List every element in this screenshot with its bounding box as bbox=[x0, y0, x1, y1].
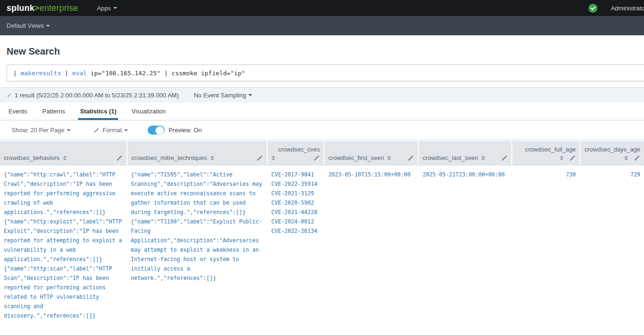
preview-toggle-label: Preview: On bbox=[168, 127, 202, 134]
chevron-down-icon bbox=[248, 94, 252, 96]
logo-text-gt: > bbox=[34, 3, 40, 13]
cell-crowdsec-behaviors[interactable]: {"name":"http:crawl","label":"HTTP Crawl… bbox=[0, 166, 127, 325]
sort-icon[interactable] bbox=[271, 156, 275, 160]
query-pipe: | bbox=[61, 70, 72, 77]
tab-patterns[interactable]: Patterns bbox=[40, 108, 67, 120]
results-tabs: Events Patterns Statistics (1) Visualiza… bbox=[0, 103, 644, 120]
edit-column-icon[interactable] bbox=[116, 155, 123, 161]
multivalue-item[interactable]: {"name":"http:crawl","label":"HTTP Crawl… bbox=[4, 170, 123, 217]
multivalue-item[interactable]: CVE-2021-3129 bbox=[271, 189, 320, 198]
multivalue-item[interactable]: {"name":"http:scan","label":"HTTP Scan",… bbox=[4, 264, 123, 320]
preview-toggle[interactable] bbox=[148, 126, 165, 135]
pencil-icon bbox=[94, 127, 100, 133]
multivalue-item[interactable]: {"name":"T1595","label":"Active Scanning… bbox=[131, 170, 263, 217]
multivalue-item[interactable]: CVE-2021-44228 bbox=[271, 207, 320, 217]
query-pipe: | bbox=[13, 70, 21, 77]
splunk-logo[interactable]: splunk>enterprise bbox=[7, 3, 78, 13]
result-summary-text: 1 result (5/22/25 2:00:00.000 AM to 5/23… bbox=[15, 92, 179, 99]
user-menu[interactable]: Administrator bbox=[611, 5, 644, 12]
edit-column-icon[interactable] bbox=[313, 155, 320, 161]
sort-icon[interactable] bbox=[624, 156, 628, 160]
column-label: crowdsec_cves bbox=[278, 146, 320, 153]
chevron-down-icon bbox=[67, 129, 71, 131]
format-label: Format bbox=[103, 127, 122, 134]
edit-column-icon[interactable] bbox=[569, 155, 576, 161]
query-args: ip="108.165.142.25" | cssmoke ipfield="i… bbox=[87, 70, 246, 77]
cell-crowdsec-full-age[interactable]: 730 bbox=[512, 166, 580, 325]
apps-menu-label: Apps bbox=[97, 5, 111, 12]
multivalue-item[interactable]: CVE-2022-35914 bbox=[271, 179, 320, 189]
table-controls: Show: 20 Per Page Format Preview: On bbox=[0, 120, 644, 140]
multivalue-item[interactable]: CVE-2017-9841 bbox=[271, 170, 320, 179]
tab-events[interactable]: Events bbox=[7, 108, 29, 120]
table-header-row: crowdsec_behaviors crowdsec_mitre_techni… bbox=[0, 141, 644, 166]
cell-crowdsec-cves[interactable]: CVE-2017-9841CVE-2022-35914CVE-2021-3129… bbox=[268, 166, 324, 325]
query-command-makeresults: makeresults bbox=[21, 70, 61, 77]
page-title: New Search bbox=[7, 46, 644, 57]
edit-column-icon[interactable] bbox=[256, 155, 263, 161]
column-header-crowdsec-first-seen[interactable]: crowdsec_first_seen bbox=[325, 141, 418, 166]
top-navigation-bar: splunk>enterprise Apps Administrator bbox=[0, 0, 644, 16]
column-label: crowdsec_mitre_techniques bbox=[131, 154, 207, 161]
statistics-table: crowdsec_behaviors crowdsec_mitre_techni… bbox=[0, 141, 644, 325]
edit-column-icon[interactable] bbox=[407, 155, 414, 161]
cell-crowdsec-last-seen[interactable]: 2025-05-21T23:00:00+00:00 bbox=[419, 166, 511, 325]
column-label: crowdsec_full_age bbox=[525, 146, 576, 153]
check-circle-icon bbox=[588, 4, 597, 13]
search-query-input[interactable]: | makeresults | eval ip="108.165.142.25"… bbox=[7, 70, 245, 77]
multivalue-item[interactable]: CVE-2024-0012 bbox=[271, 217, 320, 226]
sort-icon[interactable] bbox=[63, 156, 67, 160]
apps-menu[interactable]: Apps bbox=[97, 5, 117, 12]
column-header-crowdsec-days-age[interactable]: crowdsec_days_age bbox=[580, 141, 644, 166]
chevron-down-icon bbox=[124, 129, 128, 131]
column-header-crowdsec-full-age[interactable]: crowdsec_full_age bbox=[512, 141, 580, 166]
logo-text-enterprise: enterprise bbox=[40, 3, 78, 13]
sort-icon[interactable] bbox=[481, 156, 485, 160]
cell-crowdsec-first-seen[interactable]: 2023-05-10T15:15:00+00:00 bbox=[325, 166, 418, 325]
search-bar[interactable]: | makeresults | eval ip="108.165.142.25"… bbox=[7, 64, 644, 81]
column-label: crowdsec_last_seen bbox=[422, 154, 478, 161]
per-page-dropdown[interactable]: Show: 20 Per Page bbox=[12, 127, 71, 134]
sort-icon[interactable] bbox=[210, 156, 214, 160]
page-header: New Search bbox=[0, 35, 644, 57]
event-sampling-label: No Event Sampling bbox=[194, 92, 246, 99]
column-header-crowdsec-behaviors[interactable]: crowdsec_behaviors bbox=[0, 141, 127, 166]
cell-crowdsec-days-age[interactable]: 729 bbox=[580, 166, 644, 325]
edit-column-icon[interactable] bbox=[634, 155, 640, 161]
success-check-icon: ✓ bbox=[7, 92, 12, 99]
table-row: {"name":"http:crawl","label":"HTTP Crawl… bbox=[0, 166, 644, 325]
column-label: crowdsec_first_seen bbox=[328, 154, 384, 161]
multivalue-item[interactable]: CVE-2022-26134 bbox=[271, 226, 320, 236]
default-views-label: Default Views bbox=[7, 22, 44, 29]
event-sampling-menu[interactable]: No Event Sampling bbox=[194, 92, 252, 99]
column-header-crowdsec-last-seen[interactable]: crowdsec_last_seen bbox=[419, 141, 511, 166]
default-views-menu[interactable]: Default Views bbox=[7, 22, 50, 29]
sort-icon[interactable] bbox=[387, 156, 391, 160]
query-command-eval: eval bbox=[72, 70, 87, 77]
multivalue-item[interactable]: CVE-2020-5902 bbox=[271, 198, 320, 207]
edit-column-icon[interactable] bbox=[501, 155, 508, 161]
tab-visualization[interactable]: Visualization bbox=[129, 108, 167, 120]
multivalue-item[interactable]: {"name":"T1190","label":"Exploit Public-… bbox=[131, 217, 263, 283]
column-label: crowdsec_days_age bbox=[584, 146, 640, 153]
result-summary-bar: ✓ 1 result (5/22/25 2:00:00.000 AM to 5/… bbox=[0, 87, 644, 103]
tab-statistics[interactable]: Statistics (1) bbox=[78, 108, 118, 120]
chevron-down-icon bbox=[113, 7, 117, 9]
column-header-crowdsec-cves[interactable]: crowdsec_cves bbox=[268, 141, 324, 166]
format-menu[interactable]: Format bbox=[93, 127, 128, 134]
cell-crowdsec-mitre-techniques[interactable]: {"name":"T1595","label":"Active Scanning… bbox=[127, 166, 267, 325]
column-header-crowdsec-mitre-techniques[interactable]: crowdsec_mitre_techniques bbox=[127, 141, 267, 166]
sort-icon[interactable] bbox=[560, 156, 564, 160]
chevron-down-icon bbox=[46, 25, 50, 27]
app-bar: Default Views bbox=[0, 16, 644, 35]
multivalue-item[interactable]: {"name":"http:exploit","label":"HTTP Exp… bbox=[4, 217, 123, 264]
logo-text-splunk: splunk bbox=[7, 3, 34, 13]
column-label: crowdsec_behaviors bbox=[4, 154, 60, 161]
per-page-label: Show: 20 Per Page bbox=[12, 127, 64, 134]
